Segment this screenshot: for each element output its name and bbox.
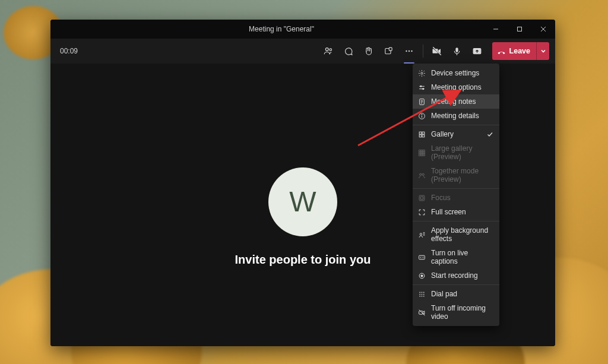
svg-point-59 [419, 295, 420, 296]
camera-button[interactable] [428, 42, 446, 60]
svg-point-5 [325, 48, 328, 51]
menu-item-gallery[interactable]: Gallery [413, 127, 499, 141]
menu-item-label: Meeting notes [431, 97, 476, 106]
bg-icon [417, 230, 426, 239]
menu-item-label: Meeting details [431, 112, 479, 120]
menu-item-label: Turn on live captions [431, 249, 493, 265]
svg-point-28 [421, 114, 422, 115]
menu-item-label: Apply background effects [431, 226, 493, 243]
meeting-window: Meeting in "General" 00:09 [50, 20, 555, 346]
share-screen-icon [472, 46, 482, 56]
mic-button[interactable] [448, 42, 466, 60]
svg-point-21 [422, 88, 423, 89]
menu-item-turn-off-incoming-video[interactable]: Turn off incoming video [413, 301, 499, 324]
svg-rect-35 [423, 150, 425, 151]
svg-point-56 [419, 293, 420, 295]
hangup-icon [497, 47, 506, 56]
chevron-down-icon [540, 48, 546, 54]
svg-point-10 [408, 50, 409, 52]
svg-point-19 [420, 86, 421, 87]
svg-rect-33 [419, 150, 420, 151]
reactions-button[interactable] [360, 42, 378, 60]
svg-rect-45 [420, 197, 423, 199]
menu-item-label: Large gallery (Preview) [431, 144, 493, 161]
menu-item-meeting-notes[interactable]: Meeting notes [413, 94, 499, 109]
focus-icon [417, 194, 426, 202]
biggrid-icon [417, 148, 426, 157]
sliders-icon [417, 83, 426, 91]
menu-item-label: Device settings [431, 69, 479, 77]
check-icon [486, 131, 493, 138]
svg-rect-34 [421, 150, 423, 151]
titlebar: Meeting in "General" [50, 20, 555, 39]
mic-icon [452, 46, 462, 56]
info-icon [417, 112, 426, 120]
svg-point-57 [421, 293, 422, 295]
menu-item-turn-on-live-captions[interactable]: Turn on live captions [413, 246, 499, 268]
gear-icon [417, 69, 426, 77]
svg-rect-37 [421, 152, 423, 154]
menu-item-label: Gallery [431, 130, 454, 138]
menu-item-start-recording[interactable]: Start recording [413, 268, 499, 283]
menu-item-together-mode-preview: Together mode (Preview) [413, 164, 499, 186]
svg-point-53 [419, 292, 420, 293]
menu-separator [413, 221, 499, 221]
record-icon [417, 271, 426, 280]
videoff-icon [417, 308, 426, 316]
svg-point-17 [420, 72, 422, 74]
dialpad-icon [417, 290, 426, 298]
meeting-timer: 00:09 [56, 47, 78, 55]
window-title: Meeting in "General" [79, 25, 484, 33]
more-actions-menu: Device settingsMeeting optionsMeeting no… [413, 64, 499, 326]
menu-item-meeting-details[interactable]: Meeting details [413, 109, 499, 123]
menu-separator [413, 125, 499, 125]
raise-hand-icon [363, 46, 373, 56]
svg-rect-41 [423, 154, 425, 156]
chat-button[interactable] [340, 42, 357, 60]
people-button[interactable] [319, 42, 337, 60]
fullscreen-icon [417, 208, 426, 216]
leave-options-button[interactable] [536, 42, 549, 60]
chat-icon [343, 46, 353, 56]
svg-point-46 [420, 233, 422, 235]
svg-point-52 [420, 274, 422, 276]
more-actions-button[interactable] [400, 42, 418, 60]
svg-point-9 [406, 50, 407, 52]
meeting-toolbar: 00:09 [50, 39, 555, 64]
svg-point-55 [423, 292, 424, 293]
maximize-button[interactable] [508, 20, 531, 39]
svg-line-63 [419, 309, 425, 315]
leave-label: Leave [509, 47, 530, 55]
minimize-button[interactable] [484, 20, 508, 39]
menu-item-label: Full screen [431, 208, 466, 216]
menu-item-label: Turn off incoming video [431, 304, 493, 321]
camera-off-icon [432, 46, 442, 56]
menu-separator [413, 284, 499, 285]
svg-rect-50 [419, 255, 425, 259]
svg-rect-38 [423, 152, 425, 154]
share-button[interactable] [468, 42, 486, 60]
svg-rect-39 [419, 154, 420, 156]
rooms-button[interactable] [380, 42, 398, 60]
leave-button[interactable]: Leave [492, 42, 536, 60]
menu-item-apply-background-effects[interactable]: Apply background effects [413, 223, 499, 246]
svg-rect-2 [518, 27, 522, 31]
svg-rect-44 [419, 195, 425, 201]
close-button[interactable] [531, 20, 555, 39]
people-icon [323, 46, 334, 56]
menu-item-meeting-options[interactable]: Meeting options [413, 80, 499, 94]
svg-point-43 [422, 173, 424, 175]
svg-point-58 [423, 293, 424, 295]
menu-item-full-screen[interactable]: Full screen [413, 205, 499, 219]
svg-rect-36 [419, 152, 420, 154]
menu-item-label: Together mode (Preview) [431, 167, 493, 183]
svg-point-6 [329, 49, 331, 51]
menu-item-focus: Focus [413, 191, 499, 205]
menu-item-device-settings[interactable]: Device settings [413, 66, 499, 80]
svg-rect-8 [389, 48, 392, 50]
breakout-rooms-icon [384, 46, 394, 56]
menu-separator [413, 188, 499, 189]
menu-item-dial-pad[interactable]: Dial pad [413, 287, 499, 301]
menu-item-label: Meeting options [431, 83, 482, 91]
svg-rect-14 [455, 48, 458, 52]
